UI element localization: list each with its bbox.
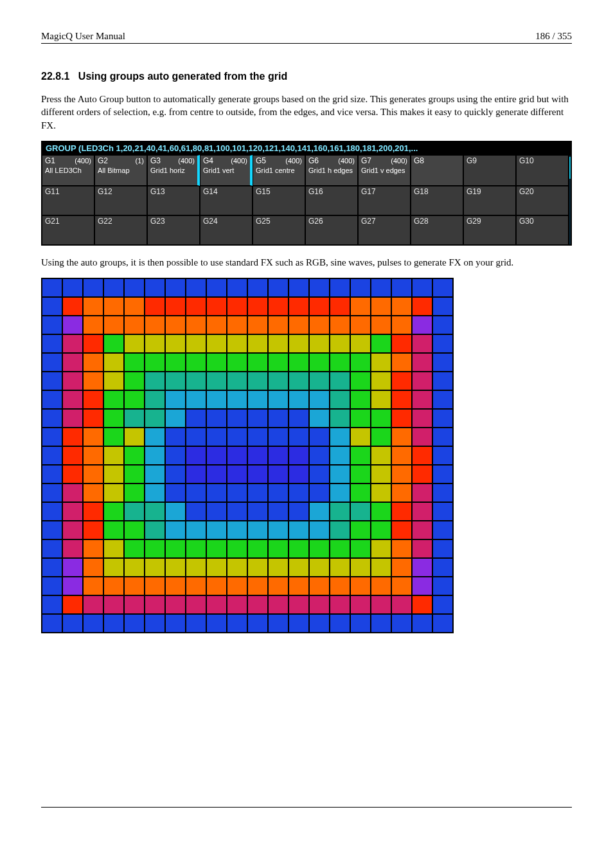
group-cell[interactable]: G24: [200, 215, 253, 245]
pixel-cell: [165, 428, 186, 446]
pixel-cell: [371, 465, 391, 484]
pixel-cell: [124, 334, 145, 353]
group-cell[interactable]: G21: [42, 215, 94, 245]
pixel-cell: [42, 446, 62, 465]
group-cell[interactable]: G3(400)Grid1 horiz: [147, 155, 200, 186]
group-cell[interactable]: G8: [411, 155, 463, 186]
pixel-cell: [206, 334, 227, 353]
page-header: MagicQ User Manual 186 / 355: [41, 31, 572, 44]
group-cell[interactable]: G22: [94, 215, 147, 245]
group-cell[interactable]: G29: [463, 215, 516, 245]
pixel-cell: [330, 539, 350, 558]
pixel-cell: [103, 409, 124, 428]
group-cell[interactable]: G26: [305, 215, 358, 245]
pixel-cell: [206, 446, 227, 465]
pixel-cell: [103, 428, 124, 446]
pixel-cell: [432, 278, 453, 297]
pixel-cell: [247, 521, 268, 539]
pixel-cell: [330, 297, 350, 316]
pixel-cell: [124, 465, 145, 484]
pixel-cell: [62, 577, 83, 595]
pixel-cell: [289, 428, 309, 446]
pixel-cell: [186, 390, 206, 409]
pixel-cell: [309, 502, 330, 521]
group-cell[interactable]: G30: [516, 215, 569, 245]
group-cell[interactable]: G4(400)Grid1 vert: [200, 155, 253, 186]
pixel-cell: [145, 502, 165, 521]
pixel-cell: [227, 614, 247, 633]
pixel-cell: [412, 577, 432, 595]
pixel-cell: [124, 539, 145, 558]
pixel-cell: [268, 372, 289, 390]
pixel-cell: [371, 390, 391, 409]
pixel-cell: [42, 372, 62, 390]
pixel-cell: [83, 334, 103, 353]
group-cell[interactable]: G18: [411, 186, 463, 215]
group-cell[interactable]: G14: [200, 186, 253, 215]
pixel-cell: [83, 558, 103, 577]
group-cell[interactable]: G23: [147, 215, 200, 245]
pixel-cell: [124, 521, 145, 539]
group-cell[interactable]: G25: [253, 215, 305, 245]
pixel-cell: [268, 390, 289, 409]
pixel-cell: [330, 316, 350, 334]
pixel-cell: [350, 595, 371, 614]
pixel-cell: [412, 614, 432, 633]
group-cell[interactable]: G1(400)All LED3Ch: [42, 155, 94, 186]
group-cell[interactable]: G10: [516, 155, 569, 186]
group-cell[interactable]: G28: [411, 215, 463, 245]
pixel-cell: [103, 577, 124, 595]
pixel-cell: [165, 577, 186, 595]
pixel-cell: [289, 390, 309, 409]
pixel-cell: [391, 595, 412, 614]
pixel-cell: [206, 372, 227, 390]
pixel-cell: [247, 316, 268, 334]
group-cell[interactable]: G20: [516, 186, 569, 215]
pixel-cell: [309, 334, 330, 353]
group-cell[interactable]: G9: [463, 155, 516, 186]
pixel-cell: [309, 390, 330, 409]
group-cell[interactable]: G19: [463, 186, 516, 215]
pixel-cell: [391, 316, 412, 334]
pixel-cell: [309, 558, 330, 577]
pixel-cell: [391, 297, 412, 316]
pixel-cell: [412, 316, 432, 334]
group-cell[interactable]: G11: [42, 186, 94, 215]
pixel-cell: [145, 334, 165, 353]
group-cell[interactable]: G15: [253, 186, 305, 215]
pixel-cell: [186, 353, 206, 372]
pixel-cell: [165, 372, 186, 390]
pixel-cell: [247, 297, 268, 316]
pixel-cell: [145, 465, 165, 484]
pixel-cell: [247, 390, 268, 409]
group-cell[interactable]: G6(400)Grid1 h edges: [305, 155, 358, 186]
group-cell[interactable]: G16: [305, 186, 358, 215]
pixel-cell: [83, 539, 103, 558]
group-cell[interactable]: G7(400)Grid1 v edges: [358, 155, 411, 186]
pixel-cell: [247, 558, 268, 577]
pixel-cell: [289, 521, 309, 539]
pixel-cell: [42, 558, 62, 577]
pixel-cell: [124, 409, 145, 428]
pixel-cell: [412, 502, 432, 521]
pixel-cell: [186, 372, 206, 390]
section-heading: 22.8.1 Using groups auto generated from …: [41, 71, 572, 82]
group-cell[interactable]: G5(400)Grid1 centre: [253, 155, 305, 186]
group-cell[interactable]: G27: [358, 215, 411, 245]
group-scrollbar[interactable]: [569, 155, 571, 245]
pixel-cell: [247, 409, 268, 428]
group-cell[interactable]: G17: [358, 186, 411, 215]
group-cell[interactable]: G12: [94, 186, 147, 215]
pixel-cell: [247, 334, 268, 353]
pixel-cell: [247, 577, 268, 595]
pixel-cell: [268, 521, 289, 539]
pixel-cell: [62, 428, 83, 446]
pixel-cell: [247, 446, 268, 465]
group-cell[interactable]: G2(1)All Bitmap: [94, 155, 147, 186]
pixel-cell: [206, 465, 227, 484]
pixel-cell: [124, 577, 145, 595]
pixel-cell: [62, 521, 83, 539]
group-cell[interactable]: G13: [147, 186, 200, 215]
pixel-cell: [432, 353, 453, 372]
pixel-cell: [103, 297, 124, 316]
